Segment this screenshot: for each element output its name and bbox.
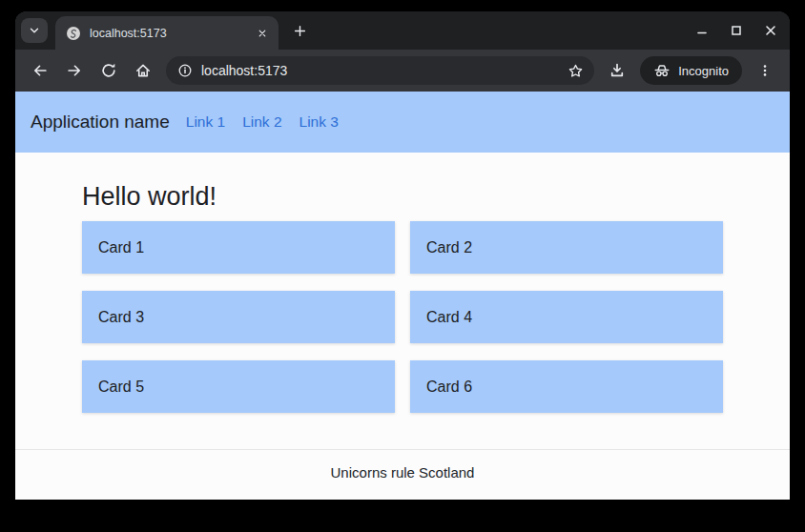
plus-icon (293, 24, 307, 38)
incognito-badge: Incognito (640, 56, 742, 85)
card-3: Card 3 (82, 291, 395, 343)
new-tab-button[interactable] (286, 17, 313, 44)
card-label: Card 6 (426, 379, 472, 396)
window-maximize-button[interactable] (725, 19, 748, 42)
minimize-icon (694, 23, 710, 38)
card-label: Card 2 (426, 239, 472, 256)
reload-button[interactable] (93, 55, 124, 86)
card-2: Card 2 (410, 221, 723, 274)
address-bar[interactable]: localhost:5173 (166, 56, 594, 85)
nav-link-2[interactable]: Link 2 (242, 113, 281, 131)
nav-link-1[interactable]: Link 1 (186, 113, 225, 131)
site-footer: Unicorns rule Scotland (15, 449, 790, 500)
card-label: Card 5 (98, 379, 144, 396)
site-navbar: Application name Link 1 Link 2 Link 3 (15, 92, 790, 153)
arrow-left-icon (31, 62, 49, 79)
tab-close-icon[interactable] (254, 25, 271, 42)
footer-text: Unicorns rule Scotland (331, 464, 475, 481)
tab-strip: localhost:5173 (15, 11, 790, 50)
browser-toolbar: localhost:5173 Incognito (15, 50, 790, 92)
browser-window: localhost:5173 (15, 11, 790, 500)
site-info-icon[interactable] (177, 63, 193, 78)
reload-icon (100, 62, 117, 79)
forward-button[interactable] (59, 55, 90, 86)
site-favicon-icon (66, 26, 81, 41)
url-text: localhost:5173 (201, 63, 557, 78)
app-brand: Application name (31, 112, 170, 133)
card-6: Card 6 (410, 360, 723, 413)
card-4: Card 4 (410, 291, 723, 343)
back-button[interactable] (25, 55, 55, 86)
card-5: Card 5 (82, 360, 395, 413)
menu-button[interactable] (750, 55, 780, 86)
three-dot-menu-icon (757, 63, 773, 78)
window-controls (691, 19, 782, 42)
nav-link-3[interactable]: Link 3 (299, 113, 339, 131)
incognito-icon (653, 62, 671, 79)
card-grid: Card 1 Card 2 Card 3 Card 4 Card 5 Card … (82, 221, 723, 413)
tab-search-button[interactable] (21, 18, 48, 43)
home-icon (134, 62, 152, 79)
chevron-down-icon (28, 24, 41, 37)
card-label: Card 1 (98, 239, 144, 256)
page-heading: Hello world! (82, 181, 723, 212)
incognito-label: Incognito (678, 64, 729, 78)
maximize-icon (729, 23, 744, 38)
bookmark-star-icon[interactable] (566, 61, 585, 80)
main-content: Hello world! Card 1 Card 2 Card 3 Card 4… (15, 153, 790, 413)
close-icon (763, 23, 778, 38)
home-button[interactable] (128, 55, 158, 86)
downloads-button[interactable] (602, 55, 632, 86)
arrow-right-icon (66, 62, 83, 79)
browser-tab[interactable]: localhost:5173 (55, 16, 279, 50)
card-1: Card 1 (82, 221, 395, 274)
window-minimize-button[interactable] (691, 19, 713, 42)
download-icon (609, 62, 626, 79)
card-label: Card 4 (426, 309, 472, 326)
page-viewport: Application name Link 1 Link 2 Link 3 He… (15, 92, 790, 500)
card-label: Card 3 (98, 309, 144, 326)
window-close-button[interactable] (759, 19, 782, 42)
screenshot-root: { "browser": { "tab_title": "localhost:5… (0, 0, 805, 532)
tab-title: localhost:5173 (90, 27, 245, 40)
